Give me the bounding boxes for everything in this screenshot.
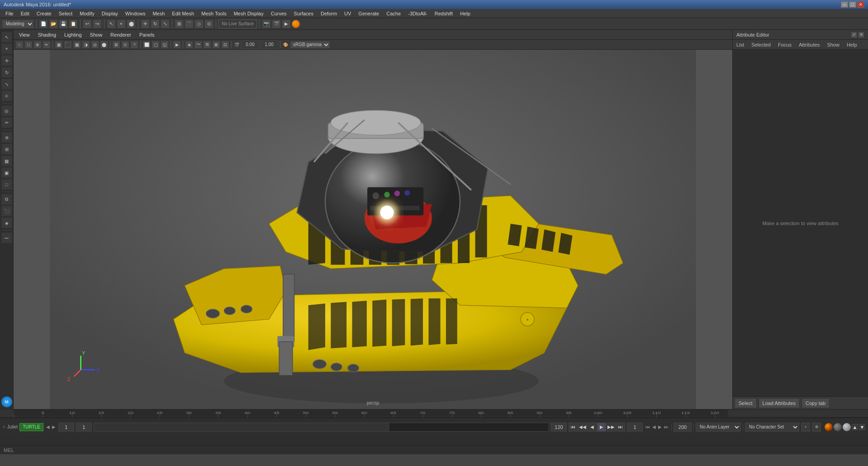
lasso-lt[interactable]: ⌖ (1, 43, 12, 54)
mode-dropdown[interactable]: Modeling (2, 19, 34, 28)
frame-end-arrow[interactable]: ⏭ (663, 424, 669, 429)
menu-uv[interactable]: UV (341, 9, 355, 18)
attr-nav-list[interactable]: List (735, 41, 746, 48)
menu-generate[interactable]: Generate (355, 9, 383, 18)
snap-view-button[interactable]: ⊙ (204, 19, 213, 28)
turtle-prev-arrow[interactable]: ◀ (45, 424, 51, 429)
select-tool-lt[interactable]: ↖ (1, 32, 12, 42)
menu-redshift[interactable]: Redshift (431, 9, 456, 18)
menu-cache[interactable]: Cache (383, 9, 404, 18)
vp-far-clip[interactable] (260, 41, 278, 49)
frame-next-arrow[interactable]: ▶ (657, 424, 663, 429)
vp-menu-renderer[interactable]: Renderer (107, 31, 135, 38)
vp-crease[interactable]: 〜 (194, 41, 202, 49)
attr-nav-selected[interactable]: Selected (749, 41, 773, 48)
turtle-badge[interactable]: TURTLE (19, 423, 43, 431)
turtle-next-arrow[interactable]: ▶ (51, 424, 57, 429)
timeline-menu-btn[interactable]: ≡ (3, 424, 5, 429)
attr-nav-attributes[interactable]: Attributes (797, 41, 821, 48)
menu-mesh-tools[interactable]: Mesh Tools (198, 9, 230, 18)
bounding-lt[interactable]: □ (1, 179, 12, 190)
frame-start-arrow[interactable]: ⏮ (645, 424, 651, 429)
vp-menu-lighting[interactable]: Lighting (61, 31, 85, 38)
vp-menu-shading[interactable]: Shading (34, 31, 60, 38)
snap-point-button[interactable]: ◇ (194, 19, 204, 28)
paint-tool-button[interactable]: ⬤ (127, 19, 136, 28)
menu-modify[interactable]: Modify (76, 9, 98, 18)
vp-paint-select[interactable]: ✏ (43, 41, 51, 49)
vp-xray[interactable]: ⊠ (212, 41, 220, 49)
scale-tool-button[interactable]: ⤡ (161, 19, 170, 28)
rotate-tool-button[interactable]: ↻ (151, 19, 160, 28)
move-tool-button[interactable]: ✛ (141, 19, 150, 28)
shading-preset-arrow-up[interactable]: ▲ (852, 424, 858, 430)
attr-load-button[interactable]: Load Attributes (759, 398, 800, 408)
render-button[interactable] (292, 20, 300, 28)
attr-copy-button[interactable]: Copy tab (802, 398, 830, 408)
menu-help[interactable]: Help (456, 9, 474, 18)
viewport-3d[interactable]: ✦ X Y Z persp (14, 50, 732, 409)
vp-subdiv[interactable]: ⧉ (203, 41, 211, 49)
vp-colorspace-dropdown[interactable]: sRGB gamma (290, 41, 330, 49)
attr-nav-help[interactable]: Help (845, 41, 859, 48)
vp-toon[interactable]: ⬤ (100, 41, 108, 49)
new-scene-button[interactable]: 📄 (39, 19, 48, 28)
menu-mesh-display[interactable]: Mesh Display (230, 9, 267, 18)
vp-select-component[interactable]: □ (24, 41, 33, 49)
end-frame-input[interactable] (674, 423, 692, 432)
vp-overscan[interactable]: ◱ (161, 41, 169, 49)
go-to-start-button[interactable]: ⏮ (569, 423, 578, 432)
play-back-button[interactable]: ◀ (588, 423, 597, 432)
undo-button[interactable]: ↩ (83, 19, 92, 28)
vp-select-object[interactable]: ○ (15, 41, 24, 49)
quad-lt[interactable]: ⧉ (1, 194, 12, 205)
minimize-button[interactable]: ─ (841, 1, 848, 8)
menu-edit[interactable]: Edit (17, 9, 33, 18)
attr-editor-float-button[interactable]: ⤢ (851, 32, 857, 38)
attr-nav-show[interactable]: Show (825, 41, 841, 48)
frame-input-right[interactable] (627, 423, 643, 432)
shading-preset-3[interactable] (843, 423, 851, 431)
soft-select-lt[interactable]: ◎ (1, 105, 12, 116)
vp-ambient-occ[interactable]: ◎ (91, 41, 99, 49)
step-forward-button[interactable]: ▶▶ (607, 423, 616, 432)
snap-curve-button[interactable]: ⌒ (185, 19, 194, 28)
vp-isolate[interactable]: ◈ (185, 41, 193, 49)
current-frame-input[interactable] (58, 423, 74, 432)
shading-preset-2[interactable] (834, 423, 842, 431)
menu-file[interactable]: File (2, 9, 17, 18)
shading-preset-arrow-down[interactable]: ▼ (859, 424, 865, 430)
universal-lt[interactable]: ☩ (1, 90, 12, 101)
vp-xray-joints[interactable]: ⊡ (221, 41, 229, 49)
vp-field-chart[interactable]: ▢ (152, 41, 160, 49)
close-button[interactable]: ✕ (857, 1, 864, 8)
rotate-lt[interactable]: ↻ (1, 67, 12, 78)
redo-button[interactable]: ↪ (93, 19, 102, 28)
menu-curves[interactable]: Curves (267, 9, 290, 18)
move-lt[interactable]: ✛ (1, 55, 12, 66)
scale-lt[interactable]: ⤡ (1, 79, 12, 89)
shading-preset-1[interactable] (825, 423, 833, 431)
vp-playblast[interactable]: ▶ (173, 41, 181, 49)
render-seq-button[interactable]: ▶ (282, 19, 291, 28)
camera-button[interactable]: 📷 (262, 19, 271, 28)
menu-surfaces[interactable]: Surfaces (290, 9, 317, 18)
vp-cam-guide[interactable]: ⊙ (121, 41, 129, 49)
more-lt[interactable]: ••• (1, 232, 12, 243)
anim-layer-dropdown[interactable]: No Anim Layer (696, 423, 741, 432)
menu-display[interactable]: Display (98, 9, 122, 18)
render-region-button[interactable]: 🎬 (272, 19, 281, 28)
snap-grid-button[interactable]: ⊞ (175, 19, 184, 28)
character-set-dropdown[interactable]: No Character Set (745, 423, 799, 432)
save-scene-button[interactable]: 💾 (59, 19, 68, 28)
menu-edit-mesh[interactable]: Edit Mesh (168, 9, 198, 18)
maximize-button[interactable]: □ (849, 1, 856, 8)
play-forward-button[interactable]: ▶ (597, 423, 606, 432)
vp-menu-show[interactable]: Show (86, 31, 106, 38)
vp-near-clip[interactable] (241, 41, 259, 49)
menu-3dtall[interactable]: -3DtoAll- (404, 9, 431, 18)
vp-select-hier[interactable]: ⊕ (33, 41, 42, 49)
wireframe-lt[interactable]: ▦ (1, 155, 12, 166)
lasso-tool-button[interactable]: ⌖ (117, 19, 126, 28)
vp-grid[interactable]: ⊞ (112, 41, 120, 49)
